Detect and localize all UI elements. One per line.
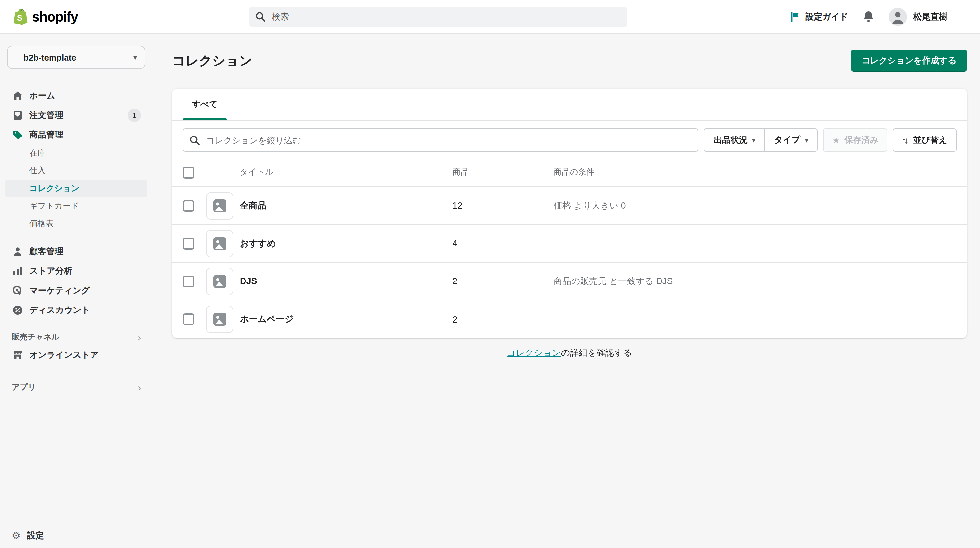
table-row[interactable]: おすすめ 4 xyxy=(172,225,967,263)
collection-title: 全商品 xyxy=(240,200,452,211)
nav-spacer xyxy=(5,233,147,242)
sidebar-item-marketing[interactable]: マーケティング xyxy=(5,281,147,300)
collection-thumbnail xyxy=(206,230,234,257)
collection-title: おすすめ xyxy=(240,238,452,249)
create-collection-button[interactable]: コレクションを作成する xyxy=(851,49,967,71)
sidebar-item-online-store[interactable]: オンラインストア xyxy=(5,345,147,365)
orders-icon xyxy=(12,110,23,121)
sort-button[interactable]: ↑↓ 並び替え xyxy=(893,129,956,152)
collection-product-count: 12 xyxy=(452,201,554,210)
sales-channels-section[interactable]: 販売チャネル › xyxy=(12,332,141,343)
select-all-checkbox[interactable] xyxy=(183,167,194,178)
row-checkbox[interactable] xyxy=(183,313,194,325)
collection-thumbnail xyxy=(206,192,234,219)
sidebar-nav: ホーム 注文管理 1 商品管理 在庫 xyxy=(0,86,153,320)
collection-condition: 商品の販売元 と一致する DJS xyxy=(554,275,956,287)
setup-guide-button[interactable]: 設定ガイド xyxy=(790,11,848,22)
global-search-bar[interactable] xyxy=(249,7,627,26)
sidebar: b2b-template ▾ ホーム 注文管理 1 xyxy=(0,34,153,548)
topbar: S shopify 設定ガイド xyxy=(0,0,980,34)
collection-thumbnail xyxy=(206,267,234,295)
saved-filters-button: ★ 保存済み xyxy=(823,129,888,152)
filter-button-group: 出品状況 ▾ タイプ ▾ xyxy=(704,129,818,152)
sidebar-item-price-lists[interactable]: 価格表 xyxy=(5,215,147,233)
shopify-wordmark: shopify xyxy=(32,9,78,24)
image-placeholder-icon xyxy=(213,312,227,326)
type-filter-button[interactable]: タイプ ▾ xyxy=(765,129,817,151)
avatar xyxy=(889,8,907,26)
column-header-condition: 商品の条件 xyxy=(554,167,956,178)
products-tag-icon xyxy=(12,130,23,140)
sidebar-item-products[interactable]: 商品管理 xyxy=(5,125,147,145)
row-checkbox[interactable] xyxy=(183,275,194,287)
bell-icon xyxy=(862,10,874,23)
table-row[interactable]: ホームページ 2 xyxy=(172,300,967,338)
store-name: b2b-template xyxy=(24,52,76,62)
collection-thumbnail xyxy=(206,306,234,333)
image-placeholder-icon xyxy=(213,236,227,251)
apps-section[interactable]: アプリ › xyxy=(12,382,141,393)
shopify-logo[interactable]: S shopify xyxy=(0,8,249,26)
sidebar-item-settings[interactable]: ⚙ 設定 xyxy=(12,530,44,542)
chevron-right-icon: › xyxy=(138,332,141,342)
sidebar-item-home[interactable]: ホーム xyxy=(5,86,147,106)
tab-all[interactable]: すべて xyxy=(183,89,227,120)
row-checkbox[interactable] xyxy=(183,200,194,211)
chevron-right-icon: › xyxy=(138,383,141,392)
search-icon xyxy=(190,135,199,145)
sidebar-item-customers[interactable]: 顧客管理 xyxy=(5,242,147,261)
account-menu[interactable]: 松尾直樹 xyxy=(889,8,947,26)
tabs-bar: すべて xyxy=(172,89,967,121)
collections-help-link[interactable]: コレクション xyxy=(507,348,561,358)
filter-toolbar: 出品状況 ▾ タイプ ▾ ★ 保存済み ↑↓ 並び替え xyxy=(172,121,967,158)
sidebar-item-purchasing[interactable]: 仕入 xyxy=(5,162,147,180)
table-row[interactable]: 全商品 12 価格 より大きい 0 xyxy=(172,187,967,225)
column-header-count: 商品 xyxy=(452,167,554,178)
sidebar-item-collections[interactable]: コレクション xyxy=(5,180,147,197)
user-name: 松尾直樹 xyxy=(913,11,947,22)
table-header-row: タイトル 商品 商品の条件 xyxy=(172,158,967,187)
gear-icon: ⚙ xyxy=(12,530,21,542)
notifications-button[interactable] xyxy=(862,10,874,23)
sidebar-item-analytics[interactable]: ストア分析 xyxy=(5,261,147,281)
marketing-target-icon xyxy=(12,285,23,296)
setup-guide-label: 設定ガイド xyxy=(805,11,848,22)
home-icon xyxy=(12,91,23,101)
shopify-bag-icon: S xyxy=(11,8,28,26)
sidebar-item-orders[interactable]: 注文管理 1 xyxy=(5,106,147,125)
sidebar-item-discounts[interactable]: ディスカウント xyxy=(5,300,147,320)
collection-title: DJS xyxy=(240,276,452,286)
store-switcher[interactable]: b2b-template ▾ xyxy=(7,46,145,69)
search-icon xyxy=(256,12,266,22)
table-row[interactable]: DJS 2 商品の販売元 と一致する DJS xyxy=(172,263,967,300)
sort-arrows-icon: ↑↓ xyxy=(902,135,908,145)
status-filter-button[interactable]: 出品状況 ▾ xyxy=(705,129,765,151)
column-header-title: タイトル xyxy=(240,167,452,178)
discount-icon xyxy=(12,305,23,315)
collection-product-count: 4 xyxy=(452,238,554,248)
collection-title: ホームページ xyxy=(240,313,452,325)
caret-down-icon: ▾ xyxy=(752,137,756,144)
topbar-right: 設定ガイド 松尾直樹 xyxy=(790,8,980,26)
global-search-input[interactable] xyxy=(270,11,621,22)
page-title: コレクション xyxy=(172,52,252,69)
sidebar-item-gift-cards[interactable]: ギフトカード xyxy=(5,197,147,215)
collection-filter-input[interactable] xyxy=(205,135,692,146)
page-header: コレクション コレクションを作成する xyxy=(172,49,967,71)
footer-help: コレクションの詳細を確認する xyxy=(172,347,967,359)
star-icon: ★ xyxy=(832,135,840,145)
svg-text:S: S xyxy=(17,13,22,22)
analytics-bars-icon xyxy=(12,266,23,276)
collection-product-count: 2 xyxy=(452,315,554,324)
row-checkbox[interactable] xyxy=(183,238,194,249)
collection-filter-bar[interactable] xyxy=(183,129,698,152)
image-placeholder-icon xyxy=(213,274,227,288)
app-root: S shopify 設定ガイド xyxy=(0,0,980,548)
caret-down-icon: ▾ xyxy=(805,137,808,144)
sidebar-item-inventory[interactable]: 在庫 xyxy=(5,145,147,162)
online-store-icon xyxy=(12,350,23,361)
collection-condition: 価格 より大きい 0 xyxy=(554,200,956,211)
customers-icon xyxy=(12,246,23,257)
collections-card: すべて 出品状況 ▾ タイ xyxy=(172,89,967,338)
footer-help-text: の詳細を確認する xyxy=(561,348,632,358)
